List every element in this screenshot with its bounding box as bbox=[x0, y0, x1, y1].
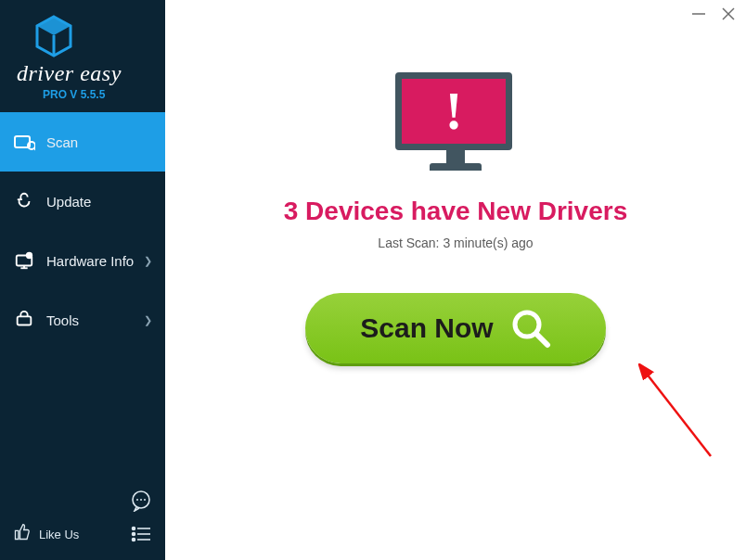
svg-line-27 bbox=[536, 334, 547, 345]
like-us-button[interactable]: Like Us bbox=[13, 523, 79, 545]
scan-now-button[interactable]: Scan Now bbox=[305, 293, 606, 363]
svg-marker-1 bbox=[37, 17, 71, 35]
sidebar-bottom: Like Us bbox=[0, 480, 165, 560]
svg-point-21 bbox=[133, 539, 135, 541]
svg-rect-12 bbox=[18, 316, 32, 325]
svg-point-6 bbox=[22, 199, 27, 204]
nav-item-tools[interactable]: Tools ❯ bbox=[0, 290, 165, 350]
update-icon bbox=[13, 190, 35, 212]
minimize-button[interactable] bbox=[690, 6, 707, 22]
nav-label-update: Update bbox=[46, 194, 152, 210]
annotation-arrow bbox=[638, 363, 722, 465]
thumbs-up-icon bbox=[13, 523, 32, 545]
nav-item-hardware[interactable]: i Hardware Info ❯ bbox=[0, 231, 165, 290]
svg-line-28 bbox=[646, 373, 711, 456]
scan-now-label: Scan Now bbox=[360, 312, 493, 344]
tools-icon bbox=[13, 309, 35, 331]
svg-point-15 bbox=[140, 499, 142, 501]
main-content: ! 3 Devices have New Drivers Last Scan: … bbox=[165, 0, 746, 560]
scan-icon bbox=[13, 131, 35, 153]
menu-icon[interactable] bbox=[130, 523, 152, 545]
exclamation-icon: ! bbox=[445, 82, 463, 141]
nav-item-scan[interactable]: Scan bbox=[0, 112, 165, 172]
nav-label-hardware: Hardware Info bbox=[46, 253, 144, 269]
version-label: PRO V 5.5.5 bbox=[43, 88, 154, 101]
nav-item-update[interactable]: Update bbox=[0, 172, 165, 231]
chevron-right-icon: ❯ bbox=[144, 314, 152, 326]
like-us-label: Like Us bbox=[39, 528, 79, 541]
last-scan-label: Last Scan: 3 minute(s) ago bbox=[378, 235, 533, 250]
svg-point-19 bbox=[133, 533, 135, 536]
logo-icon bbox=[33, 15, 74, 59]
scan-result-headline: 3 Devices have New Drivers bbox=[284, 197, 627, 226]
feedback-icon[interactable] bbox=[130, 490, 152, 512]
chevron-right-icon: ❯ bbox=[144, 255, 152, 267]
nav-label-tools: Tools bbox=[46, 312, 144, 328]
svg-point-16 bbox=[144, 499, 146, 501]
hardware-info-icon: i bbox=[13, 249, 35, 272]
svg-line-5 bbox=[34, 148, 35, 151]
magnifier-icon bbox=[510, 308, 551, 349]
logo-section: driver easy PRO V 5.5.5 bbox=[0, 0, 165, 112]
svg-point-17 bbox=[133, 528, 135, 530]
close-button[interactable] bbox=[720, 6, 737, 22]
monitor-illustration: ! bbox=[395, 72, 516, 174]
nav-label-scan: Scan bbox=[46, 134, 152, 150]
brand-name: driver easy bbox=[17, 61, 154, 86]
sidebar: driver easy PRO V 5.5.5 Scan Update bbox=[0, 0, 165, 560]
titlebar bbox=[690, 6, 737, 22]
svg-point-14 bbox=[136, 499, 138, 501]
